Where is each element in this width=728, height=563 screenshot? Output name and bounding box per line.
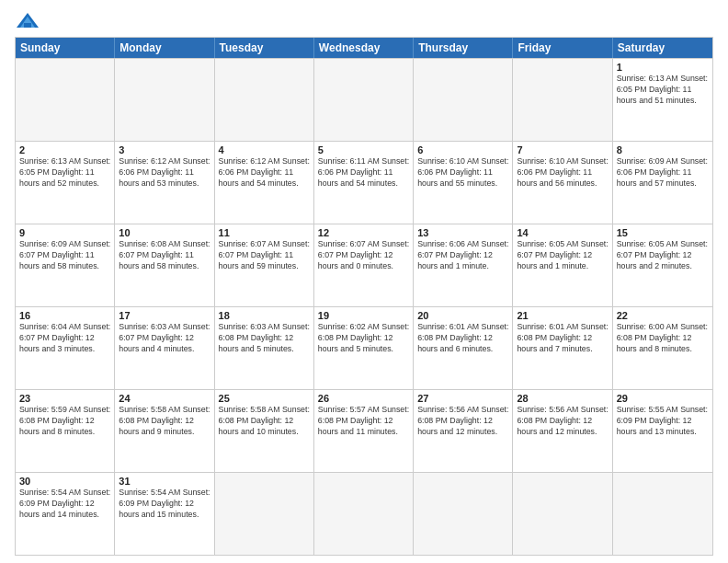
logo <box>15 11 44 31</box>
day-number: 7 <box>517 144 608 155</box>
weekday-header-saturday: Saturday <box>613 38 712 58</box>
day-cell-29: 29Sunrise: 5:55 AM Sunset: 6:09 PM Dayli… <box>613 390 712 472</box>
day-number: 15 <box>617 227 709 238</box>
day-number: 28 <box>517 393 608 404</box>
day-info: Sunrise: 5:55 AM Sunset: 6:09 PM Dayligh… <box>617 405 709 438</box>
day-cell-9: 9Sunrise: 6:09 AM Sunset: 6:07 PM Daylig… <box>16 224 115 306</box>
day-cell-empty-5-5 <box>513 473 612 555</box>
day-cell-empty-0-5 <box>513 59 612 141</box>
day-info: Sunrise: 6:01 AM Sunset: 6:08 PM Dayligh… <box>417 322 508 355</box>
day-number: 31 <box>119 476 210 487</box>
day-info: Sunrise: 5:54 AM Sunset: 6:09 PM Dayligh… <box>119 488 210 521</box>
day-info: Sunrise: 5:57 AM Sunset: 6:08 PM Dayligh… <box>318 405 409 438</box>
day-cell-empty-0-4 <box>414 59 513 141</box>
day-number: 18 <box>219 310 310 321</box>
day-cell-19: 19Sunrise: 6:02 AM Sunset: 6:08 PM Dayli… <box>314 307 414 389</box>
calendar-header: SundayMondayTuesdayWednesdayThursdayFrid… <box>16 38 712 58</box>
day-number: 5 <box>318 144 409 155</box>
day-info: Sunrise: 6:06 AM Sunset: 6:07 PM Dayligh… <box>417 239 508 272</box>
weekday-header-sunday: Sunday <box>16 38 115 58</box>
day-number: 11 <box>219 227 310 238</box>
day-cell-empty-5-3 <box>314 473 414 555</box>
calendar-row-0: 1Sunrise: 6:13 AM Sunset: 6:05 PM Daylig… <box>16 58 712 141</box>
day-number: 14 <box>517 227 608 238</box>
day-info: Sunrise: 6:00 AM Sunset: 6:08 PM Dayligh… <box>617 322 709 355</box>
calendar-row-5: 30Sunrise: 5:54 AM Sunset: 6:09 PM Dayli… <box>16 472 712 555</box>
day-number: 2 <box>19 144 110 155</box>
day-number: 24 <box>119 393 210 404</box>
day-cell-empty-0-0 <box>16 59 115 141</box>
day-cell-empty-0-1 <box>115 59 214 141</box>
day-info: Sunrise: 6:04 AM Sunset: 6:07 PM Dayligh… <box>19 322 110 355</box>
svg-rect-2 <box>24 23 31 28</box>
day-cell-5: 5Sunrise: 6:11 AM Sunset: 6:06 PM Daylig… <box>314 142 414 224</box>
day-cell-8: 8Sunrise: 6:09 AM Sunset: 6:06 PM Daylig… <box>613 142 712 224</box>
day-info: Sunrise: 6:01 AM Sunset: 6:08 PM Dayligh… <box>517 322 608 355</box>
day-info: Sunrise: 5:58 AM Sunset: 6:08 PM Dayligh… <box>119 405 210 438</box>
logo-icon <box>15 11 40 31</box>
weekday-header-thursday: Thursday <box>414 38 513 58</box>
day-number: 13 <box>417 227 508 238</box>
day-info: Sunrise: 6:11 AM Sunset: 6:06 PM Dayligh… <box>318 156 409 190</box>
day-number: 16 <box>19 310 110 321</box>
day-number: 3 <box>119 144 210 155</box>
day-info: Sunrise: 5:56 AM Sunset: 6:08 PM Dayligh… <box>517 405 608 438</box>
day-cell-22: 22Sunrise: 6:00 AM Sunset: 6:08 PM Dayli… <box>613 307 712 389</box>
day-number: 6 <box>417 144 508 155</box>
day-info: Sunrise: 6:07 AM Sunset: 6:07 PM Dayligh… <box>219 239 310 272</box>
day-info: Sunrise: 5:56 AM Sunset: 6:08 PM Dayligh… <box>417 405 508 438</box>
day-info: Sunrise: 5:58 AM Sunset: 6:08 PM Dayligh… <box>219 405 310 438</box>
day-info: Sunrise: 6:10 AM Sunset: 6:06 PM Dayligh… <box>417 156 508 190</box>
day-number: 26 <box>318 393 409 404</box>
calendar-row-2: 9Sunrise: 6:09 AM Sunset: 6:07 PM Daylig… <box>16 224 712 306</box>
day-cell-1: 1Sunrise: 6:13 AM Sunset: 6:05 PM Daylig… <box>613 59 712 141</box>
day-number: 23 <box>19 393 110 404</box>
calendar-row-1: 2Sunrise: 6:13 AM Sunset: 6:05 PM Daylig… <box>16 141 712 224</box>
day-number: 4 <box>219 144 310 155</box>
day-info: Sunrise: 6:13 AM Sunset: 6:05 PM Dayligh… <box>617 74 709 107</box>
day-cell-12: 12Sunrise: 6:07 AM Sunset: 6:07 PM Dayli… <box>314 224 414 306</box>
weekday-header-tuesday: Tuesday <box>215 38 314 58</box>
day-cell-2: 2Sunrise: 6:13 AM Sunset: 6:05 PM Daylig… <box>16 142 115 224</box>
header <box>15 11 713 31</box>
day-info: Sunrise: 6:10 AM Sunset: 6:06 PM Dayligh… <box>517 156 608 190</box>
day-number: 17 <box>119 310 210 321</box>
day-cell-14: 14Sunrise: 6:05 AM Sunset: 6:07 PM Dayli… <box>513 224 612 306</box>
day-info: Sunrise: 6:12 AM Sunset: 6:06 PM Dayligh… <box>219 156 310 190</box>
day-cell-empty-5-6 <box>613 473 712 555</box>
day-number: 20 <box>417 310 508 321</box>
day-info: Sunrise: 5:59 AM Sunset: 6:08 PM Dayligh… <box>19 405 110 438</box>
calendar-row-3: 16Sunrise: 6:04 AM Sunset: 6:07 PM Dayli… <box>16 306 712 389</box>
day-cell-20: 20Sunrise: 6:01 AM Sunset: 6:08 PM Dayli… <box>414 307 513 389</box>
day-info: Sunrise: 6:05 AM Sunset: 6:07 PM Dayligh… <box>617 239 709 272</box>
day-cell-18: 18Sunrise: 6:03 AM Sunset: 6:08 PM Dayli… <box>215 307 314 389</box>
day-info: Sunrise: 6:09 AM Sunset: 6:06 PM Dayligh… <box>617 156 709 190</box>
day-number: 21 <box>517 310 608 321</box>
day-number: 9 <box>19 227 110 238</box>
day-number: 8 <box>617 144 709 155</box>
day-cell-empty-0-2 <box>215 59 314 141</box>
day-info: Sunrise: 6:05 AM Sunset: 6:07 PM Dayligh… <box>517 239 608 272</box>
day-number: 29 <box>617 393 709 404</box>
day-cell-11: 11Sunrise: 6:07 AM Sunset: 6:07 PM Dayli… <box>215 224 314 306</box>
day-number: 1 <box>617 62 709 73</box>
day-cell-7: 7Sunrise: 6:10 AM Sunset: 6:06 PM Daylig… <box>513 142 612 224</box>
day-info: Sunrise: 6:08 AM Sunset: 6:07 PM Dayligh… <box>119 239 210 272</box>
day-info: Sunrise: 6:07 AM Sunset: 6:07 PM Dayligh… <box>318 239 409 272</box>
day-cell-28: 28Sunrise: 5:56 AM Sunset: 6:08 PM Dayli… <box>513 390 612 472</box>
day-cell-6: 6Sunrise: 6:10 AM Sunset: 6:06 PM Daylig… <box>414 142 513 224</box>
calendar-body: 1Sunrise: 6:13 AM Sunset: 6:05 PM Daylig… <box>16 58 712 555</box>
day-number: 10 <box>119 227 210 238</box>
calendar: SundayMondayTuesdayWednesdayThursdayFrid… <box>15 37 713 556</box>
day-number: 27 <box>417 393 508 404</box>
day-info: Sunrise: 6:03 AM Sunset: 6:08 PM Dayligh… <box>219 322 310 355</box>
day-cell-empty-0-3 <box>314 59 414 141</box>
calendar-row-4: 23Sunrise: 5:59 AM Sunset: 6:08 PM Dayli… <box>16 389 712 472</box>
day-info: Sunrise: 6:02 AM Sunset: 6:08 PM Dayligh… <box>318 322 409 355</box>
day-info: Sunrise: 5:54 AM Sunset: 6:09 PM Dayligh… <box>19 488 110 521</box>
page: SundayMondayTuesdayWednesdayThursdayFrid… <box>0 0 728 563</box>
day-number: 12 <box>318 227 409 238</box>
day-cell-21: 21Sunrise: 6:01 AM Sunset: 6:08 PM Dayli… <box>513 307 612 389</box>
weekday-header-monday: Monday <box>115 38 214 58</box>
day-number: 25 <box>219 393 310 404</box>
